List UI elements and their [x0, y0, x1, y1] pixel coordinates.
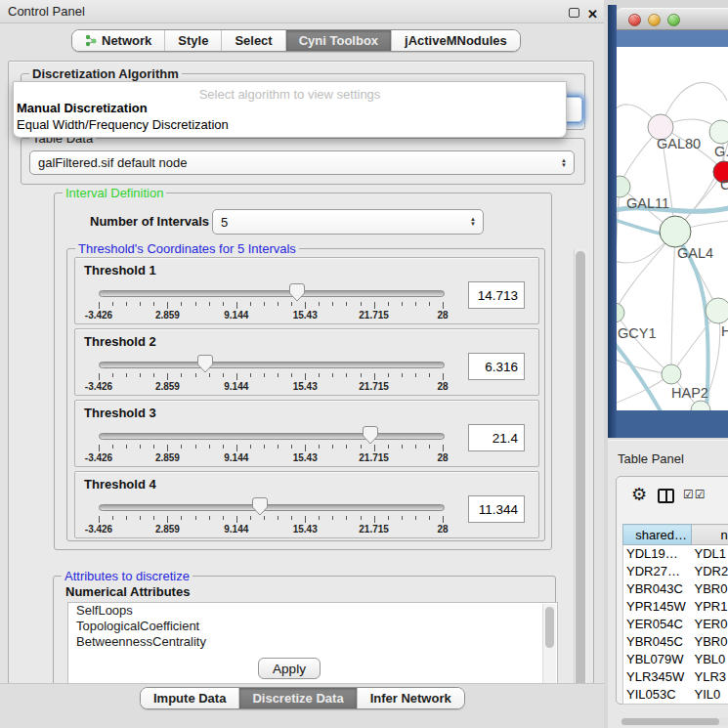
threshold-slider-track[interactable] — [99, 433, 445, 440]
slider-tick-label: 15.43 — [293, 381, 318, 392]
tab-style[interactable]: Style — [165, 30, 222, 51]
table-row[interactable]: YDR27…YDR2 — [623, 563, 728, 580]
table-cell[interactable]: YBR0 — [692, 633, 728, 651]
table-cell[interactable]: YPR145W — [623, 598, 692, 616]
slider-tick — [126, 516, 127, 520]
table-row[interactable]: YLR345WYLR3 — [623, 668, 728, 686]
tab-cyni-toolbox[interactable]: Cyni Toolbox — [286, 30, 392, 51]
table-cell[interactable]: YDL19… — [623, 545, 692, 564]
vertical-scrollbar-thumb[interactable] — [576, 251, 585, 703]
table-row[interactable]: YBR043CYBR0 — [623, 580, 728, 598]
slider-tick — [195, 373, 196, 377]
threshold-value-field[interactable]: 6.316 — [468, 353, 525, 380]
network-node[interactable] — [706, 298, 728, 323]
tab-jactivemnodules[interactable]: jActiveMNodules — [392, 30, 520, 51]
table-cell[interactable]: YDR2 — [692, 563, 728, 580]
table-cell[interactable]: YBR043C — [623, 580, 692, 598]
slider-tick — [209, 445, 210, 449]
tab-label: Select — [235, 33, 272, 48]
tab-discretize-data[interactable]: Discretize Data — [239, 688, 357, 708]
slider-tick — [209, 373, 210, 377]
dropdown-item[interactable]: Manual Discretization — [17, 101, 148, 115]
tab-network[interactable]: Network — [72, 30, 165, 51]
attribute-list-item[interactable]: SelfLoops — [68, 603, 557, 619]
threshold-slider-thumb[interactable] — [252, 497, 268, 516]
num-intervals-combobox[interactable]: 5 ▲▼ — [212, 209, 484, 235]
table-row[interactable]: YER054CYER0 — [623, 616, 728, 633]
dropdown-item[interactable]: Equal Width/Frequency Discretization — [17, 117, 229, 132]
slider-tick — [167, 373, 168, 380]
close-traffic-light-icon[interactable] — [628, 14, 641, 26]
table-row[interactable]: YPR145WYPR1 — [623, 598, 728, 616]
window-close-icon[interactable]: ✕ — [587, 3, 598, 26]
network-window-titlebar[interactable] — [617, 8, 728, 30]
threshold-value-field[interactable]: 11.344 — [468, 495, 525, 523]
table-cell[interactable]: YER0 — [692, 616, 728, 633]
main-panel: Discretization Algorithm Select algorith… — [8, 61, 594, 684]
table-panel: Table Panel ⚙ ☑☑ shared…naYDL19…YDL1YDR2… — [608, 440, 728, 728]
table-data-combobox[interactable]: galFiltered.sif default node ▲▼ — [29, 150, 575, 175]
network-node[interactable] — [617, 303, 624, 322]
tab-infer-network[interactable]: Infer Network — [358, 688, 464, 708]
slider-tick — [402, 516, 403, 520]
table-cell[interactable]: YBL079W — [623, 651, 692, 668]
checkbox-icons[interactable]: ☑☑ — [683, 488, 707, 501]
threshold-slider-track[interactable] — [99, 362, 445, 368]
table-cell[interactable]: YBR045C — [623, 633, 692, 651]
slider-tick-label: 2.859 — [155, 381, 180, 392]
network-node[interactable] — [709, 120, 728, 144]
table-cell[interactable]: YBR0 — [692, 580, 728, 598]
num-intervals-value: 5 — [221, 215, 228, 230]
table-cell[interactable]: YIL053C — [623, 686, 692, 705]
gear-icon[interactable]: ⚙ — [631, 484, 647, 505]
table-cell[interactable]: YDL1 — [692, 545, 728, 564]
slider-tick — [250, 373, 251, 377]
table-cell[interactable]: YLR345W — [623, 668, 692, 686]
node-table[interactable]: shared…naYDL19…YDL1YDR27…YDR2YBR043CYBR0… — [622, 524, 728, 705]
slider-tick — [374, 373, 375, 380]
vertical-scrollbar[interactable] — [574, 249, 587, 710]
table-cell[interactable]: YER054C — [623, 616, 692, 633]
network-canvas[interactable]: GAL80G.CGAL11GAL4GCY1HHAP2 — [617, 47, 728, 410]
stepper-down-icon: ▼ — [470, 222, 476, 227]
table-row[interactable]: YBL079WYBL0 — [623, 651, 728, 668]
list-scrollbar-thumb[interactable] — [545, 607, 554, 648]
attribute-list-item[interactable]: BetweennessCentrality — [68, 634, 557, 650]
table-column-header[interactable]: shared… — [623, 525, 692, 545]
slider-tick-label: 9.144 — [224, 310, 248, 321]
slider-tick — [305, 445, 306, 451]
table-row[interactable]: YIL053CYIL0 — [623, 686, 728, 705]
threshold-value-field[interactable]: 21.4 — [468, 424, 525, 451]
threshold-slider-thumb[interactable] — [197, 355, 213, 373]
table-cell[interactable]: YBL0 — [692, 651, 728, 668]
threshold-slider-thumb[interactable] — [289, 283, 305, 302]
table-cell[interactable]: YIL0 — [692, 686, 728, 705]
apply-button[interactable]: Apply — [258, 658, 321, 679]
slider-tick — [291, 516, 292, 520]
window-float-icon[interactable] — [569, 8, 579, 18]
threshold-value-field[interactable]: 14.713 — [468, 281, 525, 309]
table-cell[interactable]: YPR1 — [692, 598, 728, 616]
table-cell[interactable]: YLR3 — [692, 668, 728, 686]
table-row[interactable]: YDL19…YDL1 — [623, 545, 728, 564]
network-node[interactable] — [660, 216, 691, 247]
slider-tick — [112, 302, 113, 306]
minimize-traffic-light-icon[interactable] — [648, 14, 661, 26]
slider-tick — [374, 445, 375, 451]
attribute-list-item[interactable]: TopologicalCoefficient — [68, 619, 557, 634]
horizontal-scrollbar-thumb[interactable] — [621, 718, 719, 725]
columns-icon[interactable] — [658, 489, 674, 503]
slider-tick — [112, 445, 113, 449]
horizontal-scrollbar[interactable] — [621, 717, 728, 726]
zoom-traffic-light-icon[interactable] — [667, 14, 680, 26]
threshold-slider-track[interactable] — [99, 504, 445, 511]
tab-impute-data[interactable]: Impute Data — [141, 688, 239, 708]
slider-tick — [209, 302, 210, 306]
threshold-slider-track[interactable] — [99, 290, 445, 297]
table-cell[interactable]: YDR27… — [623, 563, 692, 580]
table-row[interactable]: YBR045CYBR0 — [623, 633, 728, 651]
tab-select[interactable]: Select — [222, 30, 285, 51]
table-column-header[interactable]: na — [692, 525, 728, 545]
network-node[interactable] — [662, 364, 681, 384]
threshold-slider-thumb[interactable] — [363, 426, 378, 445]
